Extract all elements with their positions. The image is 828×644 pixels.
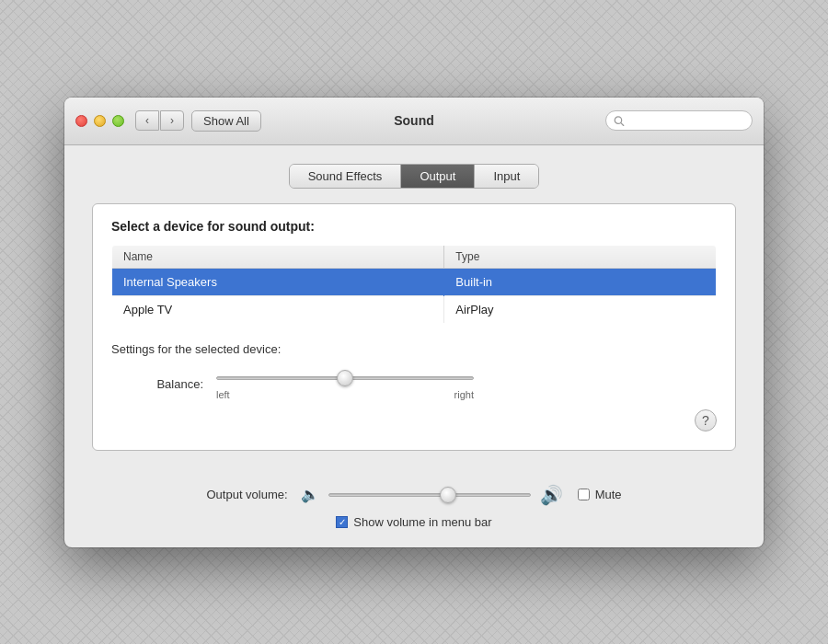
device-type: AirPlay [444, 295, 717, 323]
volume-slider-container [328, 486, 531, 504]
bottom-bar: Output volume: 🔈 🔊 Mute ✓ Show volume in… [64, 473, 764, 547]
titlebar: ‹ › Show All Sound [64, 98, 764, 145]
help-button[interactable]: ? [695, 409, 717, 431]
table-row[interactable]: Internal Speakers Built-in [112, 268, 717, 295]
balance-right-label: right [454, 389, 474, 400]
close-button[interactable] [75, 115, 87, 127]
device-name: Internal Speakers [112, 268, 444, 295]
mute-area: Mute [578, 488, 622, 501]
tab-input[interactable]: Input [475, 165, 538, 188]
volume-high-icon: 🔊 [540, 484, 563, 506]
show-all-button[interactable]: Show All [191, 110, 261, 132]
tabs: Sound Effects Output Input [289, 164, 540, 189]
forward-button[interactable]: › [160, 110, 184, 131]
show-volume-label: Show volume in menu bar [353, 515, 491, 529]
settings-label: Settings for the selected device: [111, 342, 717, 356]
panel-title: Select a device for sound output: [111, 219, 717, 234]
balance-track [216, 369, 474, 387]
show-volume-row: ✓ Show volume in menu bar [336, 515, 491, 529]
volume-slider[interactable] [328, 493, 531, 497]
minimize-button[interactable] [94, 115, 106, 127]
balance-left-label: left [216, 389, 230, 400]
balance-slider-container: left right [216, 369, 474, 400]
content-area: Sound Effects Output Input Select a devi… [64, 145, 764, 473]
checkmark-icon: ✓ [339, 517, 346, 527]
tabs-container: Sound Effects Output Input [92, 164, 736, 189]
device-type: Built-in [444, 268, 717, 295]
tab-sound-effects[interactable]: Sound Effects [290, 165, 402, 188]
window-title: Sound [394, 113, 434, 128]
device-table: Name Type Internal Speakers Built-in App… [111, 245, 717, 324]
volume-row: Output volume: 🔈 🔊 Mute [92, 484, 736, 506]
tab-output[interactable]: Output [401, 165, 475, 188]
mute-label: Mute [595, 488, 622, 501]
search-input[interactable] [628, 114, 744, 127]
search-icon [614, 115, 625, 127]
col-header-name: Name [112, 245, 444, 268]
output-panel: Select a device for sound output: Name T… [92, 203, 736, 451]
back-button[interactable]: ‹ [135, 110, 159, 131]
traffic-lights [75, 115, 124, 127]
nav-buttons: ‹ › [135, 110, 184, 131]
device-name: Apple TV [112, 295, 444, 323]
help-area: ? [111, 409, 717, 431]
table-row[interactable]: Apple TV AirPlay [112, 295, 717, 323]
volume-low-icon: 🔈 [301, 486, 319, 503]
mute-checkbox[interactable] [578, 489, 590, 500]
show-volume-checkbox[interactable]: ✓ [336, 516, 348, 528]
slider-labels: left right [216, 389, 474, 400]
maximize-button[interactable] [112, 115, 124, 127]
col-header-type: Type [444, 245, 717, 268]
main-window: ‹ › Show All Sound Sound Effects Output … [64, 98, 764, 547]
svg-line-1 [621, 122, 624, 125]
balance-row: Balance: left right [111, 369, 717, 400]
balance-label: Balance: [148, 377, 203, 391]
search-box[interactable] [605, 110, 753, 131]
balance-slider[interactable] [216, 376, 474, 380]
volume-label: Output volume: [206, 488, 287, 501]
